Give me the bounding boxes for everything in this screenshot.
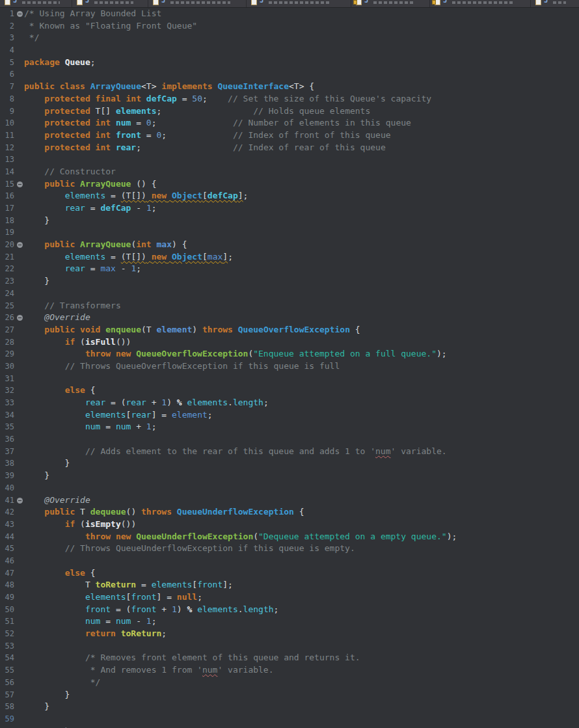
code-line[interactable]: 17 rear = defCap - 1; <box>0 202 579 215</box>
code-line[interactable]: 34 elements[rear] = element; <box>0 409 579 422</box>
token-mth: enqueue <box>105 325 141 334</box>
code-line[interactable]: 52 return toReturn; <box>0 628 579 640</box>
code-line[interactable]: 20 public ArrayQueue(int max) { <box>0 239 579 251</box>
line-number: 17 <box>0 202 14 215</box>
fold-collapse-icon[interactable] <box>14 8 24 20</box>
code-line[interactable]: 28 if (isFull()) <box>0 336 579 349</box>
code-line[interactable]: 23 } <box>0 275 579 288</box>
code-line[interactable]: 57 } <box>0 689 579 701</box>
token-pln: ; <box>208 410 213 420</box>
token-pln: <T> <box>141 81 161 91</box>
code-line[interactable]: 36 <box>0 433 579 446</box>
code-line[interactable]: 35 num = num + 1; <box>0 421 579 433</box>
token-prm: max <box>100 263 115 273</box>
token-idb: isFull <box>85 337 116 347</box>
line-number: 14 <box>0 166 14 178</box>
editor-tab[interactable]: J <box>430 0 531 7</box>
code-line[interactable]: 45 // Throws QueueUnderflowException if … <box>0 543 579 555</box>
code-line[interactable]: 59 <box>0 713 579 725</box>
editor-tab[interactable]: J <box>351 0 430 7</box>
code-line[interactable]: 55 * And removes 1 from 'num' variable. <box>0 664 579 677</box>
code-line[interactable]: 49 elements[front] = null; <box>0 591 579 604</box>
token-kw: throws <box>141 507 172 517</box>
editor-tab[interactable]: J <box>247 0 351 7</box>
code-line[interactable]: 33 rear = (rear + 1) % elements.length; <box>0 397 579 409</box>
code-editor-area[interactable]: 1/* Using Array Bounded List2 * Known as… <box>0 8 579 728</box>
code-line[interactable]: 8 protected final int defCap = 50; // Se… <box>0 93 579 105</box>
code-line[interactable]: 10 protected int num = 0; // Number of e… <box>0 117 579 129</box>
code-line[interactable]: 43 if (isEmpty()) <box>0 519 579 531</box>
code-line[interactable]: 1/* Using Array Bounded List <box>0 8 579 20</box>
line-number: 26 <box>0 312 14 324</box>
code-line[interactable]: 38 } <box>0 457 579 470</box>
code-line[interactable]: 18 } <box>0 215 579 227</box>
fold-collapse-icon[interactable] <box>14 312 24 324</box>
code-line[interactable]: 37 // Adds element to the rear of this q… <box>0 446 579 458</box>
code-line[interactable]: 47 else { <box>0 567 579 580</box>
editor-tab[interactable]: J <box>72 0 148 7</box>
fold-gutter <box>14 519 24 531</box>
code-line[interactable]: 50 front = (front + 1) % elements.length… <box>0 604 579 616</box>
line-number: 42 <box>0 506 14 519</box>
code-line[interactable]: 41 @Override <box>0 494 579 507</box>
token-pln: } <box>24 458 70 468</box>
fold-gutter <box>14 677 24 689</box>
code-line[interactable]: 56 */ <box>0 677 579 689</box>
code-line[interactable]: 19 <box>0 226 579 239</box>
code-line[interactable]: 25 // Transformers <box>0 300 579 312</box>
code-line[interactable]: 27 public void enqueue(T element) throws… <box>0 324 579 336</box>
code-line[interactable]: 21 elements = (T[]) new Object[max]; <box>0 251 579 263</box>
token-fldb: num <box>116 118 131 128</box>
code-text: public T dequeue() throws QueueUnderflow… <box>24 506 579 519</box>
token-fld: rear <box>126 398 146 407</box>
token-lcl: toReturn <box>121 628 162 638</box>
token-cm: /* Using Array Bounded List <box>24 8 161 18</box>
code-line[interactable]: 2 * Known as "Floating Front Queue" <box>0 20 579 33</box>
code-line[interactable]: 13 <box>0 154 579 166</box>
code-line[interactable]: 12 protected int rear; // Index of rear … <box>0 142 579 154</box>
code-line[interactable]: 44 throw new QueueUnderflowException("De… <box>0 531 579 543</box>
token-pln: ; <box>228 252 233 262</box>
code-line[interactable]: 16 elements = (T[]) new Object[defCap]; <box>0 190 579 202</box>
code-line[interactable]: 14 // Constructor <box>0 166 579 178</box>
code-text: // Ob <box>24 725 579 728</box>
code-line[interactable]: 11 protected int front = 0; // Index of … <box>0 129 579 142</box>
code-line[interactable]: 31 <box>0 373 579 385</box>
code-line[interactable]: 54 /* Removes front element of this queu… <box>0 652 579 664</box>
editor-tab[interactable]: J <box>531 0 579 7</box>
code-line[interactable]: 24 <box>0 288 579 300</box>
code-line[interactable]: 26 @Override <box>0 312 579 324</box>
code-line[interactable]: 29 throw new QueueOverflowException("Enq… <box>0 348 579 360</box>
fold-collapse-icon[interactable] <box>14 178 24 191</box>
code-line[interactable]: 40 <box>0 482 579 494</box>
code-line[interactable]: 5package Queue; <box>0 57 579 69</box>
code-line[interactable]: 22 rear = max - 1; <box>0 263 579 275</box>
code-line[interactable]: 53 <box>0 640 579 653</box>
code-line[interactable]: 15 public ArrayQueue () { <box>0 178 579 191</box>
code-line[interactable]: 6 <box>0 68 579 81</box>
editor-tab[interactable]: J <box>148 0 247 7</box>
code-line[interactable]: 58 } <box>0 701 579 713</box>
fold-gutter <box>14 324 24 336</box>
code-line[interactable]: 30 // Throws QueueOverflowException if t… <box>0 360 579 373</box>
line-number: 21 <box>0 251 14 263</box>
fold-collapse-icon[interactable] <box>14 494 24 507</box>
code-line[interactable]: 42 public T dequeue() throws QueueUnderf… <box>0 506 579 519</box>
tab-label-cropped <box>22 1 60 4</box>
code-line[interactable]: 9 protected T[] elements; // Holds queue… <box>0 105 579 118</box>
code-line[interactable]: 48 T toReturn = elements[front]; <box>0 579 579 591</box>
token-fldb: front <box>116 130 141 140</box>
fold-gutter <box>14 409 24 422</box>
code-line[interactable]: 60 // Ob <box>0 725 579 728</box>
token-kw: protected final int <box>44 94 146 103</box>
fold-collapse-icon[interactable] <box>14 239 24 251</box>
code-line[interactable]: 4 <box>0 44 579 57</box>
code-line[interactable]: 39 } <box>0 470 579 482</box>
token-pln: ); <box>437 349 447 358</box>
editor-tab[interactable]: J <box>0 0 72 7</box>
code-line[interactable]: 51 num = num - 1; <box>0 615 579 628</box>
code-line[interactable]: 3 */ <box>0 32 579 44</box>
code-line[interactable]: 32 else { <box>0 384 579 397</box>
code-line[interactable]: 7public class ArrayQueue<T> implements Q… <box>0 81 579 93</box>
code-line[interactable]: 46 <box>0 555 579 567</box>
